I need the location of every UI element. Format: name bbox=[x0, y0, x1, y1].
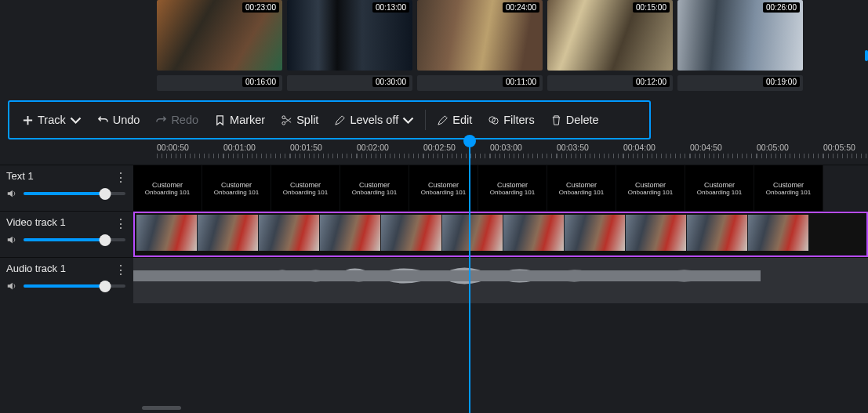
audio-track: Audio track 1 ⋮ bbox=[0, 257, 868, 303]
levels-button[interactable]: Levels off bbox=[326, 109, 422, 131]
text-seg-line1: Customer bbox=[497, 181, 528, 189]
text-clip-segment[interactable]: CustomerOnboarding 101 bbox=[133, 165, 202, 211]
text-seg-line1: Customer bbox=[704, 181, 735, 189]
video-frame-thumb bbox=[687, 215, 748, 251]
video-track-name: Video track 1 bbox=[6, 216, 125, 228]
ruler-tick-label: 00:05:50 bbox=[823, 143, 855, 152]
video-track-body[interactable] bbox=[133, 212, 868, 257]
text-clip-segment[interactable]: CustomerOnboarding 101 bbox=[754, 165, 823, 211]
video-track: Video track 1 ⋮ bbox=[0, 211, 868, 257]
horizontal-scroll-thumb[interactable] bbox=[142, 406, 181, 410]
text-clip-segment[interactable]: CustomerOnboarding 101 bbox=[547, 165, 616, 211]
undo-button[interactable]: Undo bbox=[89, 109, 148, 131]
ruler-tick: 00:02:00 bbox=[357, 141, 423, 161]
timeline-toolbar: Track Undo Redo Marker Split Levels off … bbox=[8, 100, 651, 139]
media-row-2: 00:16:0000:30:0000:11:0000:12:0000:19:00 bbox=[157, 75, 868, 91]
track-menu-button[interactable]: ⋮ bbox=[114, 170, 127, 185]
chevron-down-icon bbox=[402, 114, 414, 126]
media-library: 00:23:0000:13:0000:24:0000:15:0000:26:00… bbox=[157, 0, 868, 100]
media-clip[interactable]: 00:19:00 bbox=[677, 75, 803, 91]
text-clip-segment[interactable]: CustomerOnboarding 101 bbox=[340, 165, 409, 211]
text-track-name: Text 1 bbox=[6, 170, 125, 182]
video-track-header: Video track 1 ⋮ bbox=[0, 212, 133, 257]
media-clip[interactable]: 00:15:00 bbox=[547, 0, 673, 71]
audio-track-body[interactable] bbox=[133, 258, 868, 303]
ruler-tick-label: 00:01:00 bbox=[223, 143, 256, 152]
volume-icon bbox=[6, 234, 17, 245]
ruler-tick-label: 00:05:00 bbox=[757, 143, 789, 152]
text-clip-segment[interactable]: CustomerOnboarding 101 bbox=[271, 165, 340, 211]
ruler-tick: 00:03:50 bbox=[557, 141, 623, 161]
ruler-tick-label: 00:03:50 bbox=[557, 143, 589, 152]
text-seg-line2: Onboarding 101 bbox=[145, 189, 190, 196]
timeline-ruler[interactable]: 00:00:5000:01:0000:01:5000:02:0000:02:50… bbox=[157, 141, 868, 161]
audio-volume-slider[interactable] bbox=[24, 284, 125, 288]
levels-label: Levels off bbox=[350, 114, 398, 126]
toolbar-divider bbox=[425, 110, 426, 130]
marker-button[interactable]: Marker bbox=[206, 109, 273, 131]
pencil-icon bbox=[437, 114, 449, 126]
playhead[interactable] bbox=[469, 139, 470, 413]
video-volume-slider[interactable] bbox=[24, 238, 125, 241]
text-track: Text 1 ⋮ CustomerOnboarding 101CustomerO… bbox=[0, 165, 868, 211]
text-clip-segment[interactable]: CustomerOnboarding 101 bbox=[616, 165, 685, 211]
text-seg-line1: Customer bbox=[428, 181, 459, 189]
chevron-down-icon bbox=[70, 114, 82, 126]
text-seg-line1: Customer bbox=[566, 181, 597, 189]
media-clip[interactable]: 00:13:00 bbox=[287, 0, 412, 71]
scissors-icon bbox=[281, 114, 292, 126]
audio-waveform bbox=[133, 258, 761, 294]
track-menu-button[interactable]: ⋮ bbox=[114, 216, 127, 231]
track-menu-button[interactable]: ⋮ bbox=[114, 263, 127, 277]
pencil-icon bbox=[334, 114, 346, 126]
ruler-tick: 00:05:50 bbox=[823, 141, 868, 161]
text-clip-segment[interactable]: CustomerOnboarding 101 bbox=[685, 165, 754, 211]
text-seg-line2: Onboarding 101 bbox=[283, 189, 328, 196]
text-track-header: Text 1 ⋮ bbox=[0, 165, 133, 211]
media-clip[interactable]: 00:16:00 bbox=[157, 75, 282, 91]
media-clip[interactable]: 00:30:00 bbox=[287, 75, 412, 91]
filters-button[interactable]: Filters bbox=[480, 109, 542, 131]
delete-button[interactable]: Delete bbox=[543, 109, 607, 131]
trash-icon bbox=[550, 114, 562, 126]
filters-label: Filters bbox=[503, 114, 534, 126]
media-clip[interactable]: 00:12:00 bbox=[547, 75, 673, 91]
video-frame-thumb bbox=[320, 215, 381, 251]
redo-button[interactable]: Redo bbox=[147, 109, 206, 131]
video-frame-thumb bbox=[503, 215, 565, 251]
edit-button[interactable]: Edit bbox=[429, 109, 480, 131]
text-seg-line2: Onboarding 101 bbox=[697, 189, 742, 196]
playhead-handle[interactable] bbox=[463, 135, 476, 147]
text-seg-line1: Customer bbox=[152, 181, 183, 189]
scroll-indicator[interactable] bbox=[865, 50, 868, 61]
filters-icon bbox=[488, 114, 499, 126]
split-button[interactable]: Split bbox=[273, 109, 326, 131]
ruler-tick-label: 00:00:50 bbox=[157, 143, 189, 152]
text-track-body[interactable]: CustomerOnboarding 101CustomerOnboarding… bbox=[133, 165, 868, 211]
text-clip-segment[interactable]: CustomerOnboarding 101 bbox=[202, 165, 271, 211]
media-clip[interactable]: 00:11:00 bbox=[417, 75, 543, 91]
text-seg-line1: Customer bbox=[773, 181, 804, 189]
video-frame-thumb bbox=[259, 215, 320, 251]
media-clip[interactable]: 00:24:00 bbox=[417, 0, 543, 71]
svg-rect-4 bbox=[133, 270, 761, 281]
text-clip-segment[interactable]: CustomerOnboarding 101 bbox=[478, 165, 547, 211]
text-seg-line1: Customer bbox=[290, 181, 321, 189]
media-row-1: 00:23:0000:13:0000:24:0000:15:0000:26:00 bbox=[157, 0, 868, 71]
video-frame-thumb bbox=[136, 215, 198, 251]
add-track-label: Track bbox=[38, 114, 66, 126]
text-seg-line2: Onboarding 101 bbox=[766, 189, 811, 196]
text-clip-segment[interactable]: CustomerOnboarding 101 bbox=[409, 165, 478, 211]
text-volume-slider[interactable] bbox=[24, 192, 125, 195]
clip-timecode: 00:12:00 bbox=[633, 77, 670, 87]
media-clip[interactable]: 00:23:00 bbox=[157, 0, 282, 71]
redo-label: Redo bbox=[171, 114, 198, 126]
svg-point-1 bbox=[282, 121, 285, 125]
video-frame-thumb bbox=[381, 215, 442, 251]
text-seg-line1: Customer bbox=[635, 181, 666, 189]
media-clip[interactable]: 00:26:00 bbox=[677, 0, 803, 71]
clip-timecode: 00:15:00 bbox=[633, 2, 670, 13]
video-frame-thumb bbox=[442, 215, 503, 251]
add-track-button[interactable]: Track bbox=[14, 109, 89, 131]
text-seg-line2: Onboarding 101 bbox=[559, 189, 604, 196]
